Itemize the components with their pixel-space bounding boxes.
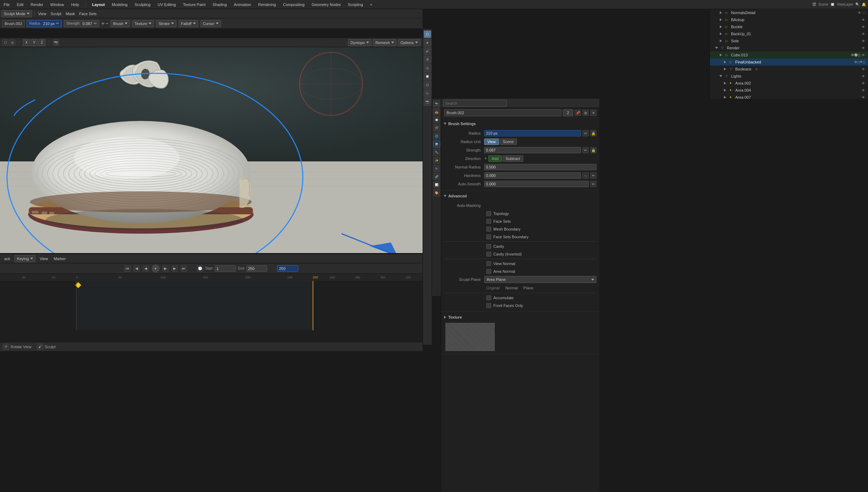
menu-face-sets[interactable]: Face Sets <box>78 11 98 17</box>
radius-lock-btn[interactable]: 🔒 <box>590 130 597 136</box>
menu-sculpt[interactable]: Sculpt <box>49 11 63 17</box>
props-icon-material[interactable]: 🎨 <box>433 189 440 196</box>
props-icon-world[interactable]: 🌐 <box>433 133 440 140</box>
sculpt-plane-dropdown[interactable]: Area Plane <box>484 276 597 283</box>
hardness-value[interactable]: 0.000 <box>484 172 581 179</box>
options-dropdown[interactable]: Options <box>398 39 420 46</box>
workspace-sculpting[interactable]: Sculpting <box>133 2 152 7</box>
radius-prop-value[interactable]: 210 px <box>484 130 581 136</box>
radius-unit-view-btn[interactable]: View <box>484 139 499 145</box>
auto-smooth-value[interactable]: 0.000 <box>484 181 589 187</box>
tool-btn-6[interactable]: 🔲 <box>424 73 431 80</box>
tool-btn-5[interactable]: ◎ <box>424 64 431 72</box>
outliner-item-booleans[interactable]: ▽ Booleans ⚠ 👁 <box>710 66 868 73</box>
eye-backup01[interactable]: 👁 <box>862 32 865 36</box>
timeline-stop-btn[interactable]: ● <box>152 265 160 272</box>
eye-lights[interactable]: 👁 <box>862 74 865 78</box>
viewport-camera-icon[interactable]: 📷 <box>53 39 59 46</box>
brush-delete-btn[interactable]: ✕ <box>590 110 597 116</box>
workspace-scripting[interactable]: Scripting <box>346 2 364 7</box>
properties-search[interactable] <box>443 100 507 107</box>
outliner-item-area007[interactable]: ✦ Area.007 👁 <box>710 94 868 99</box>
props-icon-constraints[interactable]: 🔗 <box>433 173 440 180</box>
brush-dropdown[interactable]: Brush <box>111 20 130 27</box>
workspace-texture-paint[interactable]: Texture Paint <box>181 2 207 7</box>
eye-render[interactable]: 👁 <box>862 46 865 50</box>
outliner-item-backup01[interactable]: ▷ BackUp_01 👁 <box>710 30 868 37</box>
tool-btn-3[interactable]: 🖌 <box>424 47 431 55</box>
timeline-play-btn[interactable]: ▶ <box>162 265 169 272</box>
props-icon-data[interactable]: 📊 <box>433 181 440 188</box>
workspace-modeling[interactable]: Modeling <box>111 2 129 7</box>
strength-lock-btn[interactable]: 🔒 <box>590 147 597 153</box>
tool-btn-4[interactable]: ⚙ <box>424 56 431 63</box>
menu-edit[interactable]: Edit <box>15 2 25 7</box>
timeline-step-back[interactable]: ◀ <box>133 265 140 272</box>
workspace-animation[interactable]: Animation <box>232 2 252 7</box>
strength-edit-btn[interactable]: ✏ <box>582 147 589 153</box>
viewport-icon-1[interactable]: ⬡ <box>2 39 8 46</box>
texture-section-header[interactable]: Texture <box>444 313 597 321</box>
radius-field[interactable]: Radius 210 px ✏ <box>27 20 62 27</box>
props-icon-output[interactable]: 📤 <box>433 108 440 115</box>
menu-render[interactable]: Render <box>29 2 45 7</box>
tool-btn-9[interactable]: 📷 <box>424 98 431 106</box>
menu-help[interactable]: Help <box>70 2 81 7</box>
menu-mask[interactable]: Mask <box>64 11 76 17</box>
tool-btn-8[interactable]: ↻ <box>424 90 431 97</box>
y-axis-btn[interactable]: Y <box>31 39 38 46</box>
cavity-checkbox[interactable] <box>486 244 491 249</box>
outliner-item-area002[interactable]: ✦ Area.002 👁 <box>710 80 868 87</box>
accumulate-checkbox[interactable] <box>486 295 491 300</box>
hardness-edit-btn[interactable]: ✏ <box>590 172 597 179</box>
outliner-item-area004[interactable]: ✦ Area.004 👁 <box>710 87 868 94</box>
eye-booleans[interactable]: 👁 <box>862 67 865 71</box>
face-sets-checkbox[interactable] <box>486 219 491 224</box>
workspace-geometry-nodes[interactable]: Geometry Nodes <box>310 2 342 7</box>
direction-add-btn[interactable]: Add <box>488 155 502 162</box>
normal-radius-value[interactable]: 0.500 <box>484 164 597 170</box>
workspace-rendering[interactable]: Rendering <box>257 2 277 7</box>
outliner-item-normalsdetail[interactable]: ▷ NormalsDetail 👁 ◻ <box>710 9 868 16</box>
face-sets-boundary-checkbox[interactable] <box>486 234 491 239</box>
eye-cube013[interactable]: 👁 <box>862 53 865 57</box>
workspace-layout[interactable]: Layout <box>91 2 106 7</box>
eye-buckle[interactable]: 👁 <box>862 25 865 29</box>
viewport-3d[interactable] <box>0 38 423 253</box>
texture-dropdown[interactable]: Texture <box>132 20 154 27</box>
auto-smooth-edit-btn[interactable]: ✏ <box>590 181 597 187</box>
cavity-inverted-checkbox[interactable] <box>486 252 491 257</box>
area-normal-checkbox[interactable] <box>486 269 491 274</box>
eye-normalsdetail[interactable]: 👁 <box>858 11 861 15</box>
timeline-jump-end[interactable]: ⏭ <box>181 265 187 272</box>
timeline-view-btn[interactable]: View <box>38 256 50 262</box>
outliner-item-render[interactable]: ▽ Render 👁 <box>710 44 868 51</box>
render-vis-normalsdetail[interactable]: ◻ <box>863 11 865 14</box>
menu-view[interactable]: View <box>37 11 48 17</box>
props-icon-view-layer[interactable]: 🔲 <box>433 116 440 123</box>
radius-value[interactable]: 210 px <box>43 21 55 26</box>
timeline-track[interactable] <box>0 281 423 330</box>
timeline-start-frame[interactable]: 1 <box>215 265 236 272</box>
brush-pin-btn[interactable]: 📌 <box>575 110 581 116</box>
menu-file[interactable]: File <box>2 2 11 7</box>
dyntopo-dropdown[interactable]: Dyntopo <box>348 39 371 46</box>
workspace-add[interactable]: + <box>369 2 374 7</box>
tool-btn-7[interactable]: ⊡ <box>424 81 431 89</box>
workspace-uv[interactable]: UV Editing <box>156 2 177 7</box>
props-icon-scene[interactable]: 🎬 <box>433 124 440 131</box>
workspace-shading[interactable]: Shading <box>211 2 228 7</box>
props-icon-particles[interactable]: ✨ <box>433 157 440 164</box>
workspace-compositing[interactable]: Compositing <box>282 2 306 7</box>
remesh-dropdown[interactable]: Remesh <box>373 39 396 46</box>
outliner-item-backup[interactable]: ▷ BAckup 👁 <box>710 16 868 23</box>
eye-backup[interactable]: 👁 <box>862 18 865 22</box>
hardness-link-btn[interactable]: ↔ <box>582 172 589 179</box>
tool-btn-1[interactable]: ⬡ <box>424 30 431 38</box>
stroke-dropdown[interactable]: Stroke <box>156 20 176 27</box>
eye-area004[interactable]: 👁 <box>862 88 865 92</box>
menu-window[interactable]: Window <box>49 2 65 7</box>
direction-sub-btn[interactable]: Subtract <box>502 155 523 162</box>
eye-area007[interactable]: 👁 <box>862 96 865 99</box>
radius-unit-scene-btn[interactable]: Scene <box>500 139 517 145</box>
